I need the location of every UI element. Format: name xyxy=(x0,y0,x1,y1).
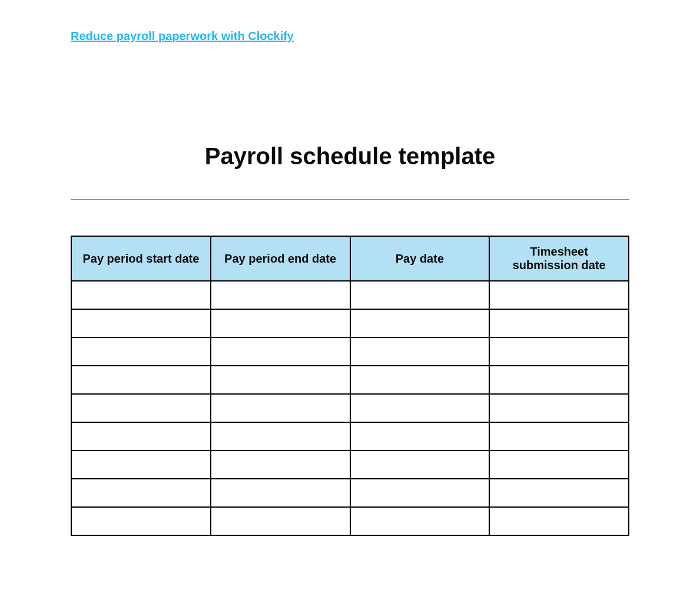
cell[interactable] xyxy=(350,451,490,479)
cell[interactable] xyxy=(489,309,629,337)
cell[interactable] xyxy=(350,337,490,366)
cell[interactable] xyxy=(489,422,629,451)
header-pay-date: Pay date xyxy=(350,236,490,281)
cell[interactable] xyxy=(489,281,629,309)
table-row xyxy=(71,394,629,422)
cell[interactable] xyxy=(350,422,490,451)
cell[interactable] xyxy=(71,394,211,422)
cell[interactable] xyxy=(350,309,490,337)
cell[interactable] xyxy=(350,281,490,309)
cell[interactable] xyxy=(211,451,350,479)
table-row xyxy=(71,337,629,366)
table-row xyxy=(71,479,629,507)
cell[interactable] xyxy=(71,451,211,479)
header-pay-period-start: Pay period start date xyxy=(71,236,211,281)
divider xyxy=(71,199,629,200)
cell[interactable] xyxy=(489,366,629,394)
cell[interactable] xyxy=(211,366,350,394)
table-body xyxy=(71,281,629,535)
cell[interactable] xyxy=(71,479,211,507)
cell[interactable] xyxy=(211,337,350,366)
table-row xyxy=(71,366,629,394)
cell[interactable] xyxy=(211,507,350,535)
table-row xyxy=(71,422,629,451)
cell[interactable] xyxy=(489,394,629,422)
header-pay-period-end: Pay period end date xyxy=(211,236,350,281)
table-header-row: Pay period start date Pay period end dat… xyxy=(71,236,629,281)
cell[interactable] xyxy=(71,309,211,337)
cell[interactable] xyxy=(211,281,350,309)
header-timesheet-submission: Timesheet submission date xyxy=(489,236,629,281)
cell[interactable] xyxy=(350,366,490,394)
table-row xyxy=(71,309,629,337)
cell[interactable] xyxy=(71,281,211,309)
table-row xyxy=(71,451,629,479)
payroll-schedule-table: Pay period start date Pay period end dat… xyxy=(71,236,629,536)
cell[interactable] xyxy=(211,309,350,337)
promo-link[interactable]: Reduce payroll paperwork with Clockify xyxy=(71,29,294,43)
cell[interactable] xyxy=(350,479,490,507)
cell[interactable] xyxy=(71,366,211,394)
table-row xyxy=(71,281,629,309)
cell[interactable] xyxy=(211,479,350,507)
table-row xyxy=(71,507,629,535)
cell[interactable] xyxy=(211,394,350,422)
cell[interactable] xyxy=(71,337,211,366)
cell[interactable] xyxy=(489,337,629,366)
cell[interactable] xyxy=(71,507,211,535)
cell[interactable] xyxy=(211,422,350,451)
cell[interactable] xyxy=(350,394,490,422)
cell[interactable] xyxy=(489,479,629,507)
cell[interactable] xyxy=(350,507,490,535)
cell[interactable] xyxy=(71,422,211,451)
cell[interactable] xyxy=(489,451,629,479)
cell[interactable] xyxy=(489,507,629,535)
document-title: Payroll schedule template xyxy=(71,143,629,170)
